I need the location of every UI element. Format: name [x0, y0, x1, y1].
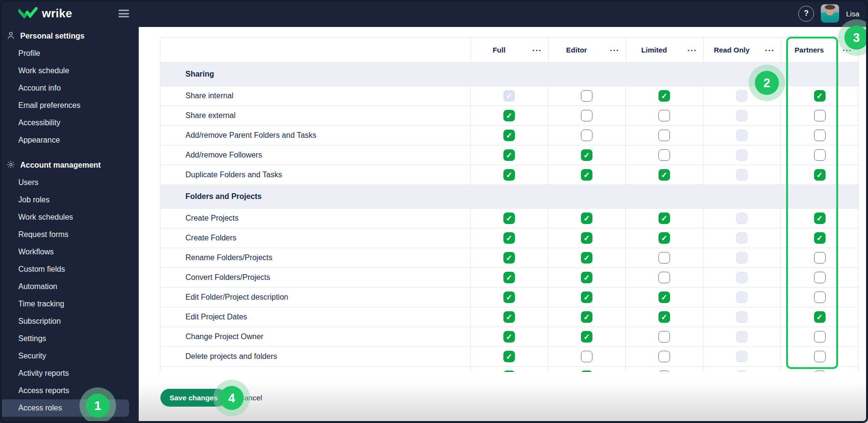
- checkbox-full-checked[interactable]: [503, 252, 515, 264]
- checkbox-limited-unchecked[interactable]: [658, 272, 670, 283]
- sidebar-item-email-preferences[interactable]: Email preferences: [0, 97, 139, 114]
- sidebar-item-users[interactable]: Users: [0, 174, 139, 191]
- table-row: Add/remove Parent Folders and Tasks: [160, 126, 858, 145]
- walkthrough-badge-2[interactable]: 2: [755, 71, 779, 95]
- checkbox-full-checked[interactable]: [503, 370, 515, 372]
- column-menu-ellipsis-icon[interactable]: ···: [765, 46, 775, 54]
- walkthrough-badge-1[interactable]: 1: [86, 394, 110, 418]
- checkbox-partners-checked[interactable]: [814, 212, 826, 224]
- checkbox-full-checked[interactable]: [503, 311, 515, 323]
- save-changes-button[interactable]: Save changes: [160, 389, 227, 407]
- checkbox-full-checked[interactable]: [503, 212, 515, 224]
- avatar[interactable]: [821, 4, 839, 23]
- walkthrough-badge-3[interactable]: 3: [844, 26, 868, 50]
- checkbox-full-checked[interactable]: [503, 232, 515, 244]
- checkbox-limited-unchecked[interactable]: [658, 252, 670, 264]
- checkbox-full-checked[interactable]: [503, 110, 515, 121]
- permission-row-label: Edit Folder/Project description: [160, 288, 471, 307]
- checkbox-limited-unchecked[interactable]: [658, 370, 670, 372]
- checkbox-editor-checked[interactable]: [581, 291, 592, 303]
- checkbox-partners-unchecked[interactable]: [814, 252, 826, 264]
- checkbox-editor-checked[interactable]: [581, 149, 592, 161]
- sidebar-item-access-reports[interactable]: Access reports: [0, 382, 139, 399]
- walkthrough-badge-4[interactable]: 4: [220, 386, 244, 410]
- checkbox-editor-checked[interactable]: [581, 331, 592, 343]
- wrike-logo[interactable]: wrike: [18, 7, 72, 20]
- table-cell-editor: [548, 228, 626, 248]
- checkbox-partners-unchecked[interactable]: [814, 291, 826, 303]
- checkbox-full-checked[interactable]: [503, 169, 515, 181]
- checkbox-limited-checked[interactable]: [658, 90, 670, 102]
- sidebar-item-profile[interactable]: Profile: [0, 45, 139, 62]
- help-icon[interactable]: ?: [798, 6, 814, 22]
- sidebar-item-work-schedules[interactable]: Work schedules: [0, 209, 139, 226]
- checkbox-partners-checked[interactable]: [814, 90, 826, 102]
- checkbox-limited-checked[interactable]: [658, 169, 670, 181]
- checkbox-partners-unchecked[interactable]: [814, 351, 826, 362]
- sidebar-item-subscription[interactable]: Subscription: [0, 313, 139, 330]
- column-menu-ellipsis-icon[interactable]: ···: [610, 46, 619, 54]
- sidebar-item-custom-fields[interactable]: Custom fields: [0, 261, 139, 278]
- table-cell-editor: [548, 126, 626, 145]
- checkbox-limited-unchecked[interactable]: [658, 110, 670, 121]
- checkbox-editor-unchecked[interactable]: [581, 130, 592, 141]
- checkbox-partners-checked[interactable]: [814, 232, 826, 244]
- sidebar-section-personal-settings[interactable]: Personal settings: [0, 27, 139, 45]
- sidebar-item-workflows[interactable]: Workflows: [0, 243, 139, 261]
- checkbox-limited-checked[interactable]: [658, 311, 670, 323]
- person-icon: [6, 31, 15, 42]
- sidebar-item-security[interactable]: Security: [0, 347, 139, 365]
- sidebar-item-work-schedule[interactable]: Work schedule: [0, 62, 139, 79]
- sidebar-item-user-types[interactable]: User types: [0, 417, 139, 423]
- checkbox-partners-checked[interactable]: [814, 311, 826, 323]
- checkbox-limited-unchecked[interactable]: [658, 149, 670, 161]
- hamburger-menu-icon[interactable]: [118, 10, 129, 17]
- checkbox-full-checked[interactable]: [503, 272, 515, 283]
- column-header-editor: Editor···: [548, 38, 626, 62]
- checkbox-limited-unchecked[interactable]: [658, 351, 670, 362]
- column-header-label: Partners: [781, 38, 837, 62]
- sidebar-item-request-forms[interactable]: Request forms: [0, 226, 139, 243]
- sidebar-item-access-roles[interactable]: Access roles: [0, 399, 129, 417]
- table-row: Share internal: [160, 86, 858, 106]
- checkbox-limited-checked[interactable]: [658, 232, 670, 244]
- sidebar-item-time-tracking[interactable]: Time tracking: [0, 295, 139, 313]
- sidebar-item-appearance[interactable]: Appearance: [0, 132, 139, 149]
- checkbox-editor-checked[interactable]: [581, 311, 592, 323]
- column-menu-ellipsis-icon[interactable]: ···: [532, 46, 542, 54]
- checkbox-limited-checked[interactable]: [658, 212, 670, 224]
- checkbox-partners-unchecked[interactable]: [814, 331, 826, 343]
- checkbox-editor-checked[interactable]: [581, 252, 592, 264]
- checkbox-editor-checked[interactable]: [581, 212, 592, 224]
- checkbox-limited-checked[interactable]: [658, 291, 670, 303]
- checkbox-partners-unchecked[interactable]: [814, 130, 826, 141]
- sidebar-item-automation[interactable]: Automation: [0, 278, 139, 295]
- table-cell-full: [471, 347, 548, 366]
- checkbox-partners-unchecked[interactable]: [814, 110, 826, 121]
- sidebar-item-settings[interactable]: Settings: [0, 330, 139, 347]
- checkbox-partners-checked[interactable]: [814, 169, 826, 181]
- sidebar-item-accessibility[interactable]: Accessibility: [0, 114, 139, 132]
- checkbox-partners-unchecked[interactable]: [814, 370, 826, 372]
- checkbox-editor-checked[interactable]: [581, 370, 592, 372]
- checkbox-editor-checked[interactable]: [581, 272, 592, 283]
- checkbox-limited-unchecked[interactable]: [658, 130, 670, 141]
- checkbox-full-checked[interactable]: [503, 149, 515, 161]
- sidebar-item-account-info[interactable]: Account info: [0, 79, 139, 97]
- checkbox-limited-unchecked[interactable]: [658, 331, 670, 343]
- sidebar-item-activity-reports[interactable]: Activity reports: [0, 365, 139, 382]
- sidebar-section-account-management[interactable]: Account management: [0, 157, 139, 174]
- checkbox-full-checked[interactable]: [503, 331, 515, 343]
- checkbox-editor-checked[interactable]: [581, 232, 592, 244]
- checkbox-editor-unchecked[interactable]: [581, 351, 592, 362]
- checkbox-full-checked[interactable]: [503, 351, 515, 362]
- checkbox-partners-unchecked[interactable]: [814, 149, 826, 161]
- checkbox-full-checked[interactable]: [503, 291, 515, 303]
- checkbox-editor-unchecked[interactable]: [581, 90, 592, 102]
- checkbox-full-checked[interactable]: [503, 130, 515, 141]
- column-menu-ellipsis-icon[interactable]: ···: [687, 46, 697, 54]
- checkbox-partners-unchecked[interactable]: [814, 272, 826, 283]
- checkbox-editor-checked[interactable]: [581, 169, 592, 181]
- checkbox-editor-unchecked[interactable]: [581, 110, 592, 121]
- sidebar-item-job-roles[interactable]: Job roles: [0, 191, 139, 209]
